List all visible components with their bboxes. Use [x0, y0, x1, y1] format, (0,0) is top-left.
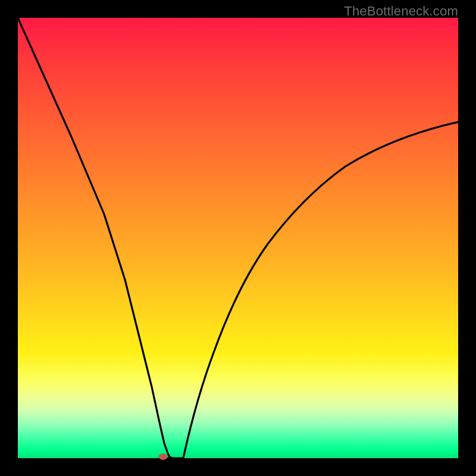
plot-area: [18, 18, 458, 458]
minimum-marker: [159, 454, 167, 460]
bottleneck-curve: [18, 18, 458, 458]
watermark-text: TheBottleneck.com: [344, 4, 458, 19]
curve-right: [183, 122, 458, 458]
chart-stage: TheBottleneck.com: [0, 0, 476, 476]
curve-left: [18, 18, 173, 458]
